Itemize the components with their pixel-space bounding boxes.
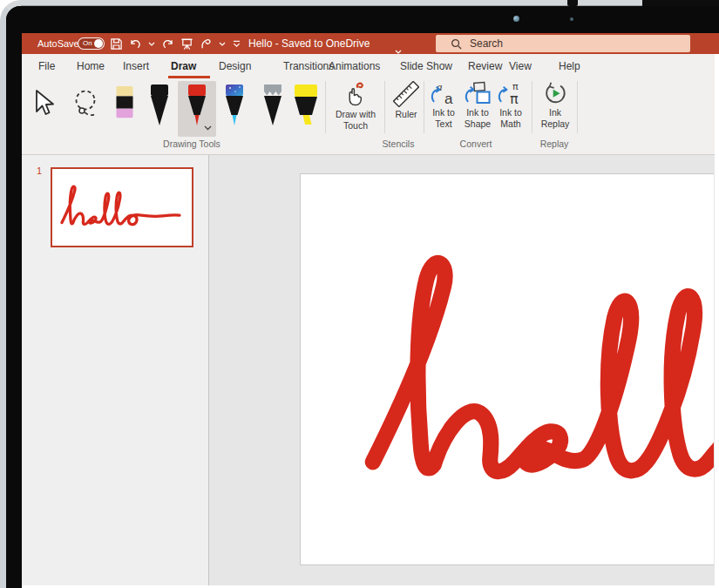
start-slideshow-button[interactable] — [180, 37, 193, 51]
pen-black-icon — [146, 84, 173, 127]
tab-transitions[interactable]: Transitions — [283, 54, 334, 79]
convert-group-label: Convert — [460, 139, 492, 149]
title-bar: AutoSave On Hello - Saved to OneDrive Se… — [22, 33, 719, 54]
webcam-icon — [513, 16, 519, 22]
autosave-state: On — [83, 39, 92, 47]
search-placeholder: Search — [470, 37, 503, 50]
select-arrow-icon — [33, 89, 56, 118]
pen-galaxy-button[interactable] — [221, 84, 248, 131]
slide-number: 1 — [37, 166, 42, 176]
quick-access-toolbar — [110, 33, 241, 54]
slide-workspace — [209, 155, 719, 585]
ir-sensor-icon — [570, 17, 573, 21]
ink-to-shape-button[interactable]: Ink to Shape — [460, 81, 495, 129]
document-title: Hello - Saved to OneDrive — [248, 33, 370, 54]
vertical-scrollbar[interactable] — [715, 54, 719, 585]
tab-design[interactable]: Design — [219, 54, 251, 79]
highlighter-button[interactable] — [291, 84, 321, 131]
pencil-icon — [260, 84, 286, 127]
search-input[interactable]: Search — [436, 35, 690, 52]
autosave-label: AutoSave — [37, 33, 79, 54]
main-content: 1 — [22, 155, 719, 585]
pen-options-chevron-icon[interactable] — [204, 118, 212, 134]
group-separator — [424, 81, 424, 133]
group-separator — [325, 81, 326, 133]
group-separator — [384, 81, 385, 133]
eraser-icon — [113, 85, 136, 120]
undo-dropdown-icon[interactable] — [148, 42, 155, 46]
svg-text:π: π — [510, 91, 519, 105]
ink-to-text-button[interactable]: a a Ink to Text — [426, 81, 461, 129]
search-icon — [451, 38, 462, 50]
device-photo: AutoSave On Hello - Saved to OneDrive Se… — [0, 0, 719, 588]
ink-to-shape-icon — [463, 81, 492, 105]
select-tool-button[interactable] — [33, 89, 56, 122]
ink-replay-icon — [543, 81, 567, 105]
pen-black-button[interactable] — [146, 84, 173, 131]
undo-button[interactable] — [129, 37, 142, 51]
ink-to-text-icon: a a — [429, 81, 458, 105]
lasso-icon — [70, 89, 105, 120]
eraser-button[interactable] — [113, 85, 136, 124]
tab-insert[interactable]: Insert — [123, 54, 149, 79]
redo-button[interactable] — [161, 37, 174, 51]
autosave-toggle[interactable]: On — [78, 37, 105, 50]
ink-hello-drawing — [358, 235, 714, 516]
tab-slide-show[interactable]: Slide Show — [400, 54, 452, 79]
stencils-group-label: Stencils — [383, 139, 415, 149]
toggle-knob — [94, 39, 103, 48]
active-tab-underline — [168, 76, 210, 78]
ruler-button[interactable]: Ruler — [388, 81, 424, 120]
slide-thumbnail[interactable] — [51, 167, 193, 247]
pen-galaxy-icon — [221, 84, 248, 127]
slide-canvas[interactable] — [300, 173, 714, 565]
ink-to-math-icon: π π — [496, 81, 526, 105]
group-separator — [577, 81, 578, 133]
save-button[interactable] — [110, 37, 123, 51]
pen-red-button-selected[interactable] — [178, 81, 216, 137]
tab-home[interactable]: Home — [77, 54, 105, 79]
tab-view[interactable]: View — [509, 54, 532, 79]
ink-replay-label: Ink Replay — [535, 107, 575, 129]
ink-to-math-button[interactable]: π π Ink to Math — [493, 81, 528, 129]
ruler-label: Ruler — [395, 109, 417, 120]
ink-to-shape-label: Ink to Shape — [460, 107, 495, 129]
ruler-icon — [393, 81, 419, 107]
thumbnail-ink-hello — [59, 181, 183, 233]
tab-review[interactable]: Review — [468, 54, 502, 79]
ink-to-math-label: Ink to Math — [493, 107, 528, 129]
device-power-button — [567, 0, 578, 6]
replay-group-label: Replay — [540, 139, 569, 149]
group-separator — [532, 81, 532, 133]
ink-to-text-label: Ink to Text — [426, 107, 461, 129]
highlighter-icon — [291, 84, 321, 127]
ink-pen-dropdown-icon[interactable] — [219, 42, 226, 46]
pencil-button[interactable] — [260, 84, 286, 131]
slide-thumbnail-panel: 1 — [22, 155, 208, 585]
draw-with-touch-button[interactable]: Draw with Touch — [329, 81, 383, 131]
ribbon: File Home Insert Draw Design Transitions… — [22, 54, 719, 155]
drawing-tools-group-label: Drawing Tools — [163, 139, 220, 149]
tab-file[interactable]: File — [38, 54, 55, 79]
tab-animations[interactable]: Animations — [329, 54, 380, 79]
lasso-select-button[interactable] — [70, 89, 105, 124]
ink-replay-button[interactable]: Ink Replay — [535, 81, 575, 129]
tab-help[interactable]: Help — [559, 54, 580, 79]
powerpoint-window: AutoSave On Hello - Saved to OneDrive Se… — [22, 33, 719, 588]
draw-with-touch-label: Draw with Touch — [329, 109, 383, 131]
customize-qat-icon[interactable] — [232, 40, 241, 48]
svg-text:a: a — [444, 91, 453, 105]
ink-pen-qat-button[interactable] — [200, 37, 213, 51]
touch-hand-icon — [340, 81, 371, 107]
